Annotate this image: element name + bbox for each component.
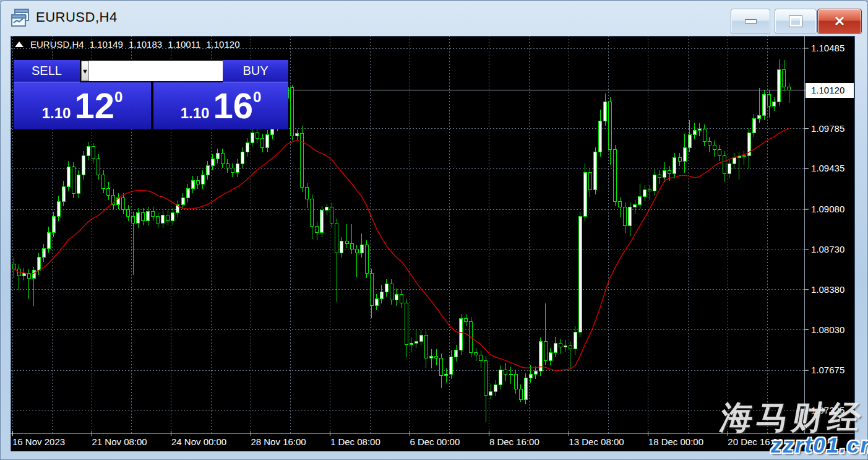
time-tick-label: 18 Dec 00:00 bbox=[648, 436, 703, 447]
info-symbol: EURUSD,H4 bbox=[30, 39, 84, 50]
time-tick-label: 13 Dec 08:00 bbox=[569, 436, 624, 447]
buy-button[interactable]: BUY bbox=[223, 60, 288, 82]
volume-stepper: ▼ ▲ bbox=[80, 60, 221, 82]
sell-price-button[interactable]: 1.10 12 0 bbox=[14, 82, 151, 129]
buy-price-point: 0 bbox=[253, 89, 261, 106]
time-tick-label: 16 Nov 2023 bbox=[12, 436, 65, 447]
buy-price-pips: 16 bbox=[213, 88, 253, 124]
ohlc-info-bar: EURUSD,H4 1.10149 1.10183 1.10011 1.1012… bbox=[15, 39, 240, 50]
time-tick-label: 21 Nov 08:00 bbox=[92, 436, 147, 447]
one-click-trading-panel: SELL ▼ ▲ BUY 1.10 12 0 1.10 16 0 bbox=[14, 60, 288, 129]
sell-price-pips: 12 bbox=[74, 88, 114, 124]
volume-decrease-button[interactable]: ▼ bbox=[81, 61, 89, 81]
info-low: 1.10011 bbox=[168, 39, 200, 50]
price-tick-label: 1.07675 bbox=[811, 364, 856, 376]
info-high: 1.10183 bbox=[129, 39, 162, 50]
collapse-panel-icon[interactable] bbox=[15, 41, 24, 47]
buy-price-button[interactable]: 1.10 16 0 bbox=[153, 82, 288, 129]
price-tick-label: 1.08030 bbox=[811, 324, 856, 336]
price-tick-label: 1.09435 bbox=[811, 162, 856, 175]
price-tick-label: 1.10485 bbox=[811, 42, 856, 54]
price-tick-label: 1.09785 bbox=[811, 123, 856, 135]
time-tick-label: 24 Nov 00:00 bbox=[171, 436, 226, 447]
time-tick-label: 28 Nov 16:00 bbox=[251, 436, 306, 447]
time-tick-label: 6 Dec 00:00 bbox=[410, 436, 460, 447]
watermark-url-text: zzrt01.cn bbox=[771, 433, 868, 458]
time-tick-label: 8 Dec 16:00 bbox=[489, 436, 539, 447]
sell-price-point: 0 bbox=[114, 89, 122, 106]
time-tick-label: 1 Dec 08:00 bbox=[330, 436, 380, 447]
mt4-chart-window: EURUSD,H4 ✕ EURUSD,H4 1.10149 1.10183 1.… bbox=[0, 0, 868, 460]
price-tick-label: 1.08730 bbox=[811, 243, 856, 256]
buy-price-major: 1.10 bbox=[181, 105, 210, 122]
sell-price-major: 1.10 bbox=[42, 105, 71, 122]
bid-price-tag: 1.10120 bbox=[806, 83, 854, 98]
sell-button[interactable]: SELL bbox=[14, 60, 80, 82]
info-close: 1.10120 bbox=[206, 39, 239, 50]
price-tick-label: 1.08380 bbox=[811, 284, 856, 296]
price-tick-label: 1.09080 bbox=[811, 203, 856, 215]
info-open: 1.10149 bbox=[90, 39, 123, 50]
